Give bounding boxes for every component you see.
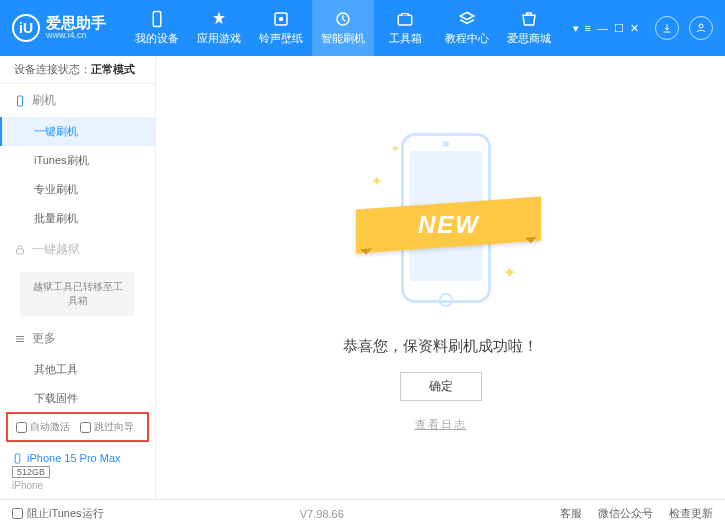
nav-tab-4[interactable]: 工具箱 — [374, 0, 436, 56]
svg-rect-0 — [153, 12, 161, 27]
nav-tab-2[interactable]: 铃声壁纸 — [250, 0, 312, 56]
app-title: 爱思助手 — [46, 15, 106, 32]
logo-mark: iU — [12, 14, 40, 42]
download-button[interactable] — [655, 16, 679, 40]
tray-icon[interactable]: ≡ — [585, 22, 591, 35]
nav-tab-5[interactable]: 教程中心 — [436, 0, 498, 56]
section-jailbreak: 一键越狱 — [0, 233, 155, 266]
user-button[interactable] — [689, 16, 713, 40]
block-itunes-checkbox[interactable]: 阻止iTunes运行 — [12, 506, 104, 521]
sidebar-item-flash-0[interactable]: 一键刷机 — [0, 117, 155, 146]
svg-rect-4 — [398, 15, 412, 25]
minimize-icon[interactable]: — — [597, 22, 608, 35]
device-status: 设备连接状态：正常模式 — [0, 56, 155, 84]
maximize-icon[interactable]: ☐ — [614, 22, 624, 35]
sidebar-item-flash-3[interactable]: 批量刷机 — [0, 204, 155, 233]
ok-button[interactable]: 确定 — [400, 372, 482, 401]
success-illustration: ✦✦✦ NEW — [361, 123, 521, 323]
section-flash: 刷机 — [0, 84, 155, 117]
view-log-link[interactable]: 查看日志 — [415, 417, 467, 432]
sidebar-item-more-1[interactable]: 下载固件 — [0, 384, 155, 408]
version-label: V7.98.66 — [300, 508, 344, 520]
footer-link-1[interactable]: 微信公众号 — [598, 506, 653, 521]
success-message: 恭喜您，保资料刷机成功啦！ — [343, 337, 538, 356]
app-url: www.i4.cn — [46, 31, 106, 41]
app-logo: iU 爱思助手 www.i4.cn — [12, 14, 106, 42]
sidebar-item-flash-2[interactable]: 专业刷机 — [0, 175, 155, 204]
nav-tab-1[interactable]: 应用游戏 — [188, 0, 250, 56]
skip-guide-checkbox[interactable]: 跳过向导 — [80, 420, 134, 434]
sidebar-item-flash-1[interactable]: iTunes刷机 — [0, 146, 155, 175]
svg-point-5 — [699, 24, 703, 28]
section-more: 更多 — [0, 322, 155, 355]
close-icon[interactable]: ✕ — [630, 22, 639, 35]
nav-tab-3[interactable]: 智能刷机 — [312, 0, 374, 56]
svg-rect-8 — [15, 453, 20, 462]
device-storage: 512GB — [12, 466, 50, 478]
device-name[interactable]: iPhone 15 Pro Max — [12, 452, 143, 464]
sidebar-item-more-0[interactable]: 其他工具 — [0, 355, 155, 384]
nav-tab-6[interactable]: 爱思商城 — [498, 0, 560, 56]
footer-link-2[interactable]: 检查更新 — [669, 506, 713, 521]
jailbreak-notice: 越狱工具已转移至工具箱 — [20, 272, 135, 316]
svg-point-2 — [279, 17, 284, 22]
svg-rect-7 — [17, 249, 24, 254]
footer-link-0[interactable]: 客服 — [560, 506, 582, 521]
device-type: iPhone — [12, 480, 143, 491]
nav-tab-0[interactable]: 我的设备 — [126, 0, 188, 56]
flash-options-highlight: 自动激活 跳过向导 — [6, 412, 149, 442]
auto-activate-checkbox[interactable]: 自动激活 — [16, 420, 70, 434]
svg-rect-6 — [18, 96, 23, 106]
menu-icon[interactable]: ▾ — [573, 22, 579, 35]
